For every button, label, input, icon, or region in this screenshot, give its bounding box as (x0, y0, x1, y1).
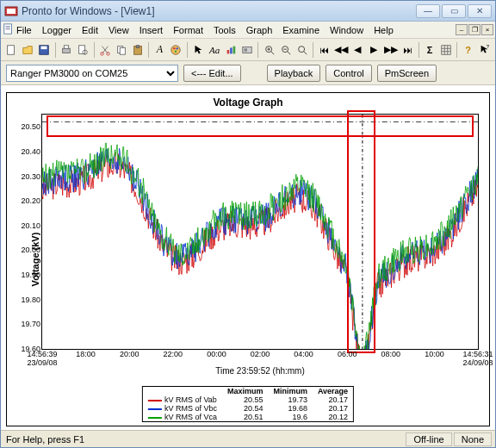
help-button[interactable]: ? (461, 41, 475, 59)
legend-row: kV RMS of Vca 20.51 19.6 20.12 (143, 413, 353, 421)
svg-rect-6 (63, 48, 71, 53)
svg-rect-7 (64, 45, 68, 48)
sigma-icon: Σ (427, 45, 433, 55)
legend-row: kV RMS of Vab 20.55 19.73 20.17 (143, 395, 353, 404)
svg-point-16 (171, 45, 181, 54)
grid-button[interactable] (438, 41, 453, 59)
menu-insert[interactable]: Insert (140, 25, 164, 35)
zoom-in-icon (264, 44, 276, 56)
x-tick-label: 08:00 (381, 350, 401, 358)
cut-button[interactable] (97, 41, 112, 59)
font-button[interactable]: A (152, 41, 167, 59)
last-button[interactable]: ⏭ (400, 41, 415, 59)
menu-edit[interactable]: Edit (82, 25, 98, 35)
grid-icon (440, 44, 452, 56)
chart-title: Voltage Graph (7, 96, 489, 109)
preview-icon (77, 44, 89, 56)
last-icon: ⏭ (403, 45, 412, 55)
zoom-reset-icon (296, 44, 308, 56)
sum-button[interactable]: Σ (422, 41, 437, 59)
menu-tools[interactable]: Tools (214, 25, 236, 35)
svg-point-27 (298, 46, 304, 52)
x-tick-label: 00:00 (207, 350, 226, 358)
save-button[interactable] (37, 41, 52, 59)
copy-button[interactable] (114, 41, 128, 59)
svg-point-18 (177, 47, 179, 49)
rewind-icon: ◀◀ (334, 44, 348, 55)
text-icon: Aa (209, 45, 220, 55)
x-tick-label: 04:00 (294, 350, 313, 358)
status-connection: Off-line (406, 432, 451, 446)
mdi-minimize-button[interactable]: – (456, 24, 468, 35)
menu-file[interactable]: File (16, 25, 32, 35)
zoom-out-button[interactable] (278, 41, 293, 59)
chart-icon (225, 44, 237, 56)
mdi-close-button[interactable]: × (481, 24, 493, 35)
svg-rect-24 (244, 48, 247, 52)
color-button[interactable] (169, 41, 183, 59)
chart-button[interactable] (224, 41, 239, 59)
toolbar: A Aa ⏮ ◀◀ ◀ ▶ ▶▶ ⏭ Σ ? ? (1, 39, 495, 61)
control-bar: Ranger PM3000 on COM25 <--- Edit... Play… (1, 61, 495, 85)
pointer-button[interactable] (191, 41, 206, 59)
minimize-button[interactable]: — (416, 4, 440, 18)
copy-icon (115, 44, 127, 56)
menu-format[interactable]: Format (173, 25, 203, 35)
svg-text:?: ? (486, 44, 489, 49)
y-tick-label: 20.40 (21, 147, 40, 156)
control-button[interactable] (240, 41, 255, 59)
playback-button[interactable]: Playback (267, 65, 321, 82)
plot-area: Time 23:59:52 (hh:mm) 19.6019.7019.8019.… (41, 114, 479, 350)
first-icon: ⏮ (319, 45, 329, 55)
svg-rect-22 (233, 46, 236, 53)
control-button2[interactable]: Control (326, 65, 371, 82)
help-icon: ? (465, 45, 471, 55)
x-tick-label: 18:00 (76, 350, 96, 358)
zoom-reset-button[interactable] (294, 41, 309, 59)
legend-col-max: Maximum (222, 387, 269, 395)
menu-view[interactable]: View (108, 25, 129, 35)
next-button[interactable]: ▶ (367, 41, 381, 59)
pmscreen-button[interactable]: PmScreen (377, 65, 437, 82)
forward-button[interactable]: ▶▶ (383, 41, 399, 59)
edit-button[interactable]: <--- Edit... (183, 65, 241, 82)
prev-button[interactable]: ◀ (350, 41, 365, 59)
zoom-in-button[interactable] (262, 41, 276, 59)
preview-button[interactable] (76, 41, 90, 59)
x-tick-label: 02:00 (251, 350, 270, 358)
y-tick-label: 19.90 (21, 271, 40, 279)
x-tick-label: 22:00 (164, 350, 183, 358)
svg-rect-20 (227, 50, 230, 53)
maximize-button[interactable]: ▭ (442, 4, 466, 18)
x-tick-label: 20:00 (120, 350, 140, 358)
window-title: Pronto for Windows - [View1] (22, 5, 416, 17)
x-tick-label: 06:00 (338, 350, 357, 358)
device-select[interactable]: Ranger PM3000 on COM25 (6, 65, 178, 82)
new-button[interactable] (4, 41, 19, 59)
x-tick-label: 14:56:3923/09/08 (27, 350, 57, 367)
y-tick-label: 19.70 (21, 320, 40, 328)
text-button[interactable]: Aa (208, 41, 222, 59)
menu-examine[interactable]: Examine (282, 25, 319, 35)
open-button[interactable] (21, 41, 35, 59)
menu-help[interactable]: Help (374, 25, 394, 35)
menu-window[interactable]: Window (330, 25, 363, 35)
status-mode: None (454, 432, 492, 446)
menu-graph[interactable]: Graph (246, 25, 273, 35)
paste-icon (132, 44, 144, 56)
status-help: For Help, press F1 (4, 434, 404, 445)
menu-logger[interactable]: Logger (42, 25, 71, 35)
palette-icon (170, 44, 182, 56)
paste-button[interactable] (130, 41, 145, 59)
whatsthis-button[interactable]: ? (477, 41, 492, 59)
first-button[interactable]: ⏮ (317, 41, 332, 59)
close-button[interactable]: ✕ (468, 4, 492, 18)
mdi-restore-button[interactable]: ❐ (468, 24, 480, 35)
y-tick-label: 20.20 (21, 196, 40, 205)
print-button[interactable] (59, 41, 74, 59)
x-tick-label: 10:00 (425, 350, 444, 358)
y-tick-label: 20.10 (21, 221, 40, 230)
cut-icon (99, 44, 111, 56)
rewind-button[interactable]: ◀◀ (333, 41, 349, 59)
next-icon: ▶ (370, 44, 377, 55)
